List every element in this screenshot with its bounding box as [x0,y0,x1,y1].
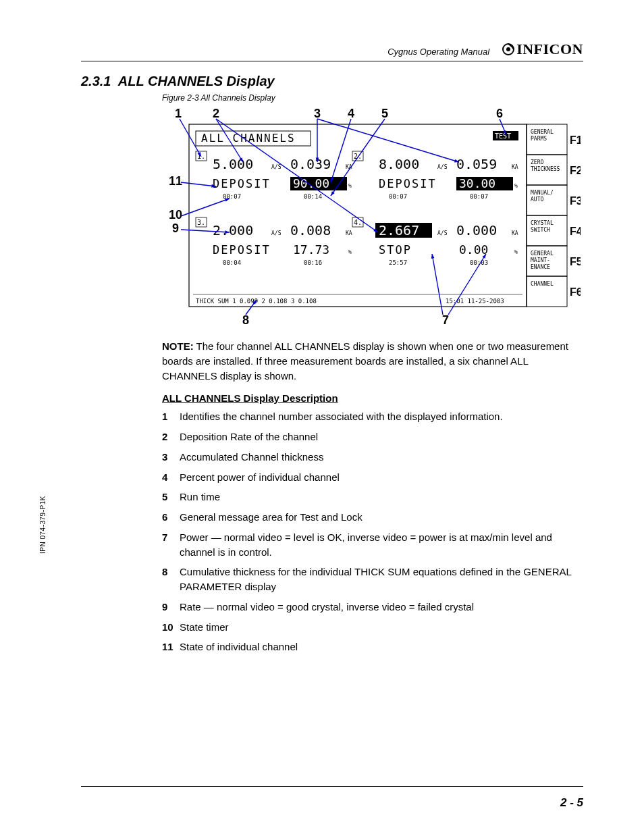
svg-text:AUTO: AUTO [531,197,543,203]
desc-num: 6 [162,510,180,525]
desc-num: 4 [162,470,180,485]
svg-text:F2: F2 [570,165,581,176]
svg-text:15:01 11-25-2003: 15:01 11-25-2003 [446,298,504,305]
desc-num: 10 [162,620,180,635]
svg-point-1 [506,47,510,51]
svg-text:KA: KA [512,230,518,236]
desc-num: 3 [162,450,180,465]
svg-text:SWITCH: SWITCH [531,227,550,233]
desc-num: 7 [162,530,180,560]
svg-text:%: % [514,183,518,189]
svg-text:ENANCE: ENANCE [531,264,550,270]
svg-text:90.00: 90.00 [293,176,329,190]
desc-text: State timer [180,620,583,635]
side-code: IPN 074-379-P1K [39,496,47,554]
description-heading: ALL CHANNELS Display Description [162,392,583,404]
svg-text:A/S: A/S [437,230,448,236]
svg-text:GENERAL: GENERAL [531,251,554,257]
svg-text:00:04: 00:04 [223,259,241,266]
svg-text:0.008: 0.008 [290,222,331,238]
svg-text:F5: F5 [570,256,581,267]
logo-icon [502,43,515,56]
description-item: 10State timer [162,620,583,635]
desc-text: Deposition Rate of the channel [180,429,583,444]
svg-text:0.000: 0.000 [456,222,497,238]
svg-text:TEST: TEST [495,132,511,140]
figure-all-channels: ALL CHANNELSTEST1.5.000A/S0.039KA2.DEPOS… [162,104,583,327]
svg-text:2.000: 2.000 [213,222,253,238]
description-item: 11State of individual channel [162,640,583,654]
description-item: 6General message area for Test and Lock [162,510,583,525]
desc-text: Rate — normal video = good crystal, inve… [180,600,583,615]
svg-text:DEPOSIT: DEPOSIT [213,177,271,190]
svg-text:00:07: 00:07 [470,193,488,200]
note-text: The four channel ALL CHANNELS display is… [162,340,568,382]
manual-title: Cygnus Operating Manual [387,47,489,58]
svg-text:4: 4 [348,107,354,120]
desc-num: 9 [162,600,180,615]
svg-text:30.00: 30.00 [459,176,495,190]
svg-text:MANUAL/: MANUAL/ [531,190,554,196]
svg-line-115 [448,254,486,315]
description-item: 9Rate — normal video = good crystal, inv… [162,600,583,615]
desc-text: State of individual channel [180,640,583,654]
svg-text:GENERAL: GENERAL [531,129,554,135]
svg-text:%: % [348,249,352,255]
description-item: 2Deposition Rate of the channel [162,429,583,444]
desc-text: Power — normal video = level is OK, inve… [180,530,583,560]
svg-marker-105 [225,199,230,202]
svg-text:MAINT-: MAINT- [531,257,550,263]
svg-text:DEPOSIT: DEPOSIT [379,177,437,190]
svg-text:DEPOSIT: DEPOSIT [213,243,271,257]
svg-line-117 [216,119,378,232]
svg-line-101 [181,182,216,186]
svg-text:CRYSTAL: CRYSTAL [531,220,554,226]
svg-text:17.73: 17.73 [293,242,329,257]
svg-text:6: 6 [496,107,503,120]
svg-text:1: 1 [175,107,182,120]
svg-text:00:07: 00:07 [389,193,407,200]
description-item: 7Power — normal video = level is OK, inv… [162,530,583,560]
desc-num: 11 [162,640,180,654]
page-header: Cygnus Operating Manual INFICON [81,41,583,61]
svg-text:5: 5 [381,107,388,120]
brand-logo: INFICON [502,41,583,58]
description-item: 3Accumulated Channel thickness [162,450,583,465]
description-item: 4Percent power of individual channel [162,470,583,485]
desc-text: Run time [180,490,583,504]
svg-text:STOP: STOP [379,243,412,257]
svg-text:25:57: 25:57 [389,259,407,266]
svg-line-104 [181,199,230,216]
figure-caption: Figure 2-3 All Channels Display [162,93,583,103]
svg-text:ZERO: ZERO [531,159,543,165]
svg-rect-81 [568,124,581,307]
note-label: NOTE: [162,340,194,352]
svg-text:A/S: A/S [271,230,281,236]
brand-text: INFICON [516,41,583,58]
section-heading: 2.3.1 ALL CHANNELS Display [81,74,583,89]
desc-text: Accumulated Channel thickness [180,450,583,465]
svg-rect-2 [189,124,527,307]
svg-text:3: 3 [314,107,321,120]
note: NOTE: The four channel ALL CHANNELS disp… [162,339,583,383]
svg-text:11: 11 [169,174,182,188]
svg-text:%: % [514,249,518,255]
svg-text:F3: F3 [570,195,581,207]
desc-text: Identifies the channel number associated… [180,409,583,424]
page-number: 2 - 5 [560,796,583,810]
svg-text:F1: F1 [570,134,581,146]
svg-text:F6: F6 [570,286,581,298]
description-item: 5Run time [162,490,583,504]
svg-text:0.039: 0.039 [290,156,331,172]
description-item: 1Identifies the channel number associate… [162,409,583,424]
svg-text:7: 7 [442,313,449,327]
svg-text:THICKNESS: THICKNESS [531,166,560,172]
svg-text:5.000: 5.000 [213,156,253,172]
svg-text:9: 9 [172,221,179,235]
svg-text:KA: KA [512,164,518,170]
svg-text:3.: 3. [197,219,205,226]
svg-text:2: 2 [213,107,219,120]
svg-text:PARMS: PARMS [531,136,547,142]
svg-text:F4: F4 [570,226,581,237]
description-list: 1Identifies the channel number associate… [162,409,583,654]
